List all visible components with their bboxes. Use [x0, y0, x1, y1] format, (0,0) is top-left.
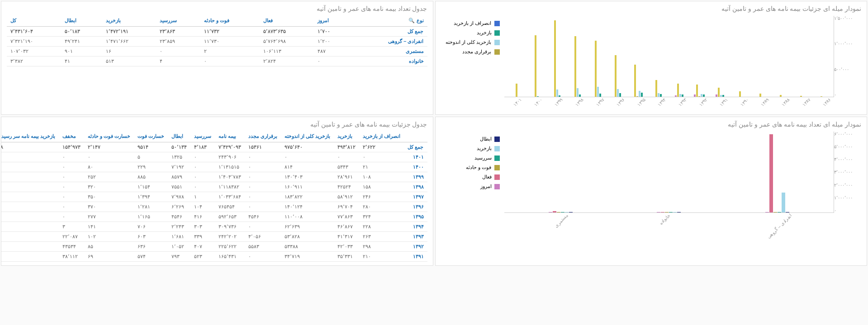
bar[interactable]: [722, 95, 724, 97]
table-row[interactable]: ۱۳۹۸۱۵۸۴۲۵۲۴۱۶۰٬۹۱۱۰۱٬۱۱۸۳۸۲۰۷۵۵۱۱٬۱۵۴۳۲…: [1, 182, 427, 192]
legend-item[interactable]: سررسید: [441, 155, 500, 161]
bar[interactable]: [682, 94, 683, 97]
bar[interactable]: [574, 36, 576, 97]
bar[interactable]: [579, 94, 581, 97]
bar[interactable]: [657, 212, 660, 212]
bar[interactable]: [778, 212, 781, 212]
bar[interactable]: [516, 84, 517, 97]
bar-group[interactable]: [628, 65, 649, 97]
bar[interactable]: [597, 87, 599, 97]
table-row[interactable]: خانواده۰۲٬۸۲۴۰۴۵۱۳۴۱۳٬۳۸۲: [7, 57, 427, 66]
table-header[interactable]: بازخرید: [334, 132, 359, 142]
bar-group[interactable]: [689, 85, 710, 97]
table-row[interactable]: جمع کل۲٬۶۲۲۴۹۳٬۸۱۲۹۷۵٬۶۴۰۱۵۳۶۱۷٬۴۲۹٬۰۹۳۴…: [1, 142, 427, 152]
bar[interactable]: [716, 94, 717, 97]
table-header[interactable]: بازخرید بیمه نامه سر رسید شده: [1, 132, 59, 142]
table-header[interactable]: فعال: [260, 16, 314, 27]
table-header[interactable]: نوع 🔍: [350, 16, 427, 27]
table-row[interactable]: انفرادی – گروهی۱٬۲۰۰۵٬۷۶۴٬۶۹۸۱۱٬۷۳۰۲۳٬۸۵…: [7, 37, 427, 47]
table-header[interactable]: برقراری مجدد: [245, 132, 281, 142]
bar[interactable]: [765, 212, 769, 212]
bar[interactable]: [565, 212, 569, 212]
bar[interactable]: [679, 94, 681, 97]
bar[interactable]: [617, 89, 619, 97]
bar[interactable]: [696, 85, 698, 97]
table-row[interactable]: ۱۳۹۱۲۱۰۳۵٬۳۳۱۳۴٬۷۱۹۰۱۶۵٬۴۳۱۵۲۳۷۹۳۵۷۴۶۹۳۸…: [1, 252, 427, 262]
legend-item[interactable]: بازخرید: [441, 30, 500, 36]
table-header[interactable]: انصراف از بازخرید: [359, 132, 404, 142]
bar-group[interactable]: [649, 80, 669, 97]
table-row[interactable]: ۱۳۹۵۳۲۴۷۷٬۸۶۳۱۱۰٬۰۰۸۴۵۴۶۵۹۲٬۶۵۳۴۱۶۴۵۴۶۱٬…: [1, 212, 427, 222]
bar[interactable]: [658, 93, 659, 97]
table-header[interactable]: سررسید: [156, 16, 200, 27]
bar[interactable]: [800, 96, 802, 97]
bar-group[interactable]: [567, 36, 588, 97]
table-header[interactable]: فوت و حادثه: [200, 16, 260, 27]
bar[interactable]: [669, 212, 673, 212]
table-header[interactable]: سررسید: [190, 132, 215, 142]
bar[interactable]: [786, 212, 789, 212]
table-row[interactable]: جمع کل۱٬۷۰۰۵٬۸۷۳٬۶۳۵۱۱٬۷۳۲۲۳٬۸۶۳۱٬۴۷۲٬۱۹…: [7, 27, 427, 37]
table-row[interactable]: ۱۴۰۰۲۱۵۳۴۳۸۱۴۰۱٬۱۳۱۵۱۵۰۷٬۱۹۲۲۲۹۸۰۰۰: [1, 162, 427, 172]
bar[interactable]: [556, 89, 558, 97]
bar-group[interactable]: [730, 91, 750, 97]
bar[interactable]: [619, 93, 621, 97]
bar[interactable]: [769, 134, 773, 212]
bar[interactable]: [703, 94, 705, 97]
bar[interactable]: [634, 65, 636, 97]
table-row[interactable]: مستمری۴۸۷۱۰۶٬۱۱۳۲۰۱۶۹۰۱۱۰۷٬۰۳۲: [7, 47, 427, 57]
bar-group[interactable]: [669, 84, 689, 97]
bar[interactable]: [557, 212, 560, 212]
search-icon[interactable]: 🔍: [408, 18, 416, 23]
bar-group[interactable]: [608, 55, 628, 97]
bar[interactable]: [759, 94, 761, 97]
bar[interactable]: [595, 41, 597, 97]
bar[interactable]: [773, 212, 777, 212]
bar-group[interactable]: [526, 35, 547, 97]
bar[interactable]: [718, 88, 720, 97]
legend-item[interactable]: بازخرید کلی از اندوخته: [441, 39, 500, 45]
bar[interactable]: [720, 95, 722, 97]
table-row[interactable]: ۱۳۹۳۲۶۳۴۱٬۳۱۷۵۳٬۸۲۸۴٬۰۵۶۲۴۲٬۲۰۲۳۳۹۱٬۶۸۱۶…: [1, 232, 427, 242]
bar[interactable]: [677, 212, 681, 212]
table-row[interactable]: ۱۳۹۷۲۴۶۵۸٬۹۱۲۱۸۳٬۸۲۲۰۱٬۰۳۳٬۶۸۴۱۷٬۹۷۸۱٬۳۹…: [1, 192, 427, 202]
bar[interactable]: [537, 96, 539, 97]
bar[interactable]: [569, 212, 573, 212]
bar[interactable]: [615, 55, 617, 97]
bar[interactable]: [639, 91, 640, 97]
bar[interactable]: [739, 91, 741, 97]
bar[interactable]: [535, 35, 536, 97]
table-header[interactable]: ابطال: [61, 16, 102, 27]
table-row[interactable]: ۱۳۹۴۲۲۸۴۶٬۸۶۷۶۲٬۶۳۹۰۳۰۹٬۷۳۶۳۰۳۲٬۲۴۳۷۰۶۱۴…: [1, 222, 427, 232]
table-header[interactable]: امروز: [314, 16, 350, 27]
legend-item[interactable]: بازخرید: [441, 146, 500, 151]
legend-item[interactable]: فوت و حادثه: [441, 165, 500, 170]
bar[interactable]: [675, 95, 677, 97]
bar[interactable]: [599, 94, 601, 97]
table-header[interactable]: [404, 132, 427, 142]
bar[interactable]: [665, 212, 669, 212]
bar[interactable]: [673, 212, 677, 212]
table-header[interactable]: بازخرید: [102, 16, 157, 27]
legend-item[interactable]: فعال: [441, 174, 500, 180]
legend-item[interactable]: انصراف از بازخرید: [441, 20, 500, 26]
table-header[interactable]: مخفف: [59, 132, 84, 142]
bar-group[interactable]: [651, 212, 687, 212]
bar-group[interactable]: [750, 94, 770, 97]
table-header[interactable]: کل: [7, 16, 61, 27]
bar[interactable]: [694, 94, 696, 97]
bar[interactable]: [701, 94, 702, 97]
bar[interactable]: [780, 95, 782, 97]
bar[interactable]: [553, 211, 556, 212]
bar-group[interactable]: [770, 95, 791, 97]
bar[interactable]: [698, 96, 700, 97]
table-header[interactable]: ابطال: [168, 132, 190, 142]
table-row[interactable]: ۱۳۹۶۲۸۰۶۹٬۷۰۴۱۴۰٬۱۲۴۰۷۶۵۴۵۴۱۰۴۶٬۲۶۹۱٬۲۸۱…: [1, 202, 427, 212]
table-header[interactable]: خسارت فوت: [134, 132, 168, 142]
bar[interactable]: [554, 20, 556, 97]
bar[interactable]: [782, 193, 785, 212]
bar[interactable]: [661, 212, 664, 212]
bar[interactable]: [636, 96, 638, 97]
table-header[interactable]: بیمه نامه: [215, 132, 245, 142]
table-row[interactable]: ۱۴۰۱۰۰۰۰۲۴۳٬۹۰۶۰۱۳۲۵۵۰۰۰: [1, 152, 427, 162]
